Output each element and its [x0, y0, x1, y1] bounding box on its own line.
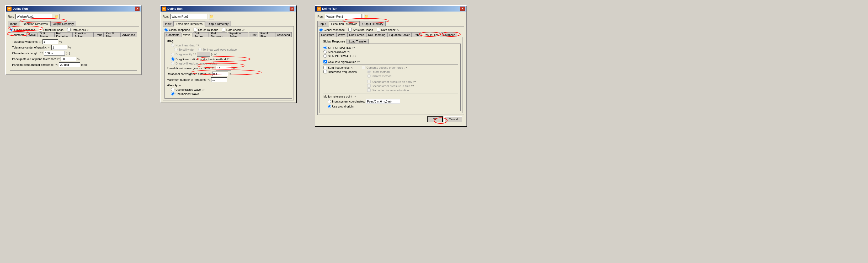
tab-roll-damping-d3[interactable]: Roll Damping — [366, 32, 387, 37]
panel-tolerance-input[interactable] — [61, 57, 76, 61]
help-drag-velocity[interactable]: ?? — [193, 53, 196, 56]
cancel-button-d3[interactable]: Cancel — [444, 117, 462, 122]
to-linearized-radio[interactable] — [198, 48, 202, 51]
non-linear-drag-radio[interactable] — [171, 43, 175, 47]
data-check-d3[interactable] — [377, 28, 380, 31]
second-order-body-check[interactable] — [367, 80, 371, 84]
input-coords-radio[interactable] — [328, 100, 331, 103]
tab-constants-d1[interactable]: Constants — [10, 33, 27, 37]
run-input-2[interactable] — [170, 14, 207, 19]
help-translational[interactable]: ?? — [212, 67, 215, 69]
global-response-radio-d3[interactable] — [319, 28, 323, 31]
help-diffracted[interactable]: ?? — [202, 88, 204, 91]
help-icon-d1[interactable]: ? — [87, 29, 88, 31]
indirect-method-radio[interactable] — [367, 74, 371, 77]
drag-linearization-radio[interactable] — [171, 58, 175, 61]
tab-wave-d2[interactable]: Wave — [182, 33, 192, 37]
help-sum-freq[interactable]: ?? — [351, 66, 353, 69]
help-char-length[interactable]: ?? — [40, 52, 43, 55]
help-tolerance-waterline[interactable]: ?? — [39, 40, 41, 43]
tab-print-d3[interactable]: Print — [412, 32, 422, 37]
direct-method-radio[interactable] — [367, 70, 371, 73]
use-incident-radio[interactable] — [171, 92, 175, 95]
tab-roll-damping-d1[interactable]: Roll Damping — [54, 32, 73, 37]
second-order-fluid-check[interactable] — [367, 84, 371, 88]
tab-drift-forces-d2[interactable]: Drift Forces — [192, 32, 209, 37]
tolerance-cog-input[interactable] — [52, 45, 67, 50]
tab-exec-directives-d2[interactable]: Execution Directives — [174, 21, 205, 27]
tab-output-dir-d3[interactable]: Output Directory — [360, 21, 385, 26]
tab-advanced-d3[interactable]: Advanced — [441, 32, 457, 37]
run-icon-3[interactable]: 📁 — [363, 13, 369, 20]
to-still-water-radio[interactable] — [174, 48, 178, 51]
sin-norsam-radio[interactable] — [323, 50, 327, 54]
tab-input-d3[interactable]: Input — [317, 21, 329, 26]
tab-drift-forces-d3[interactable]: Drift Forces — [347, 32, 366, 37]
tab-constants-d2[interactable]: Constants — [164, 32, 181, 37]
help-eigenvalues[interactable]: ?? — [357, 61, 360, 63]
tab-wave-d1[interactable]: Wave — [27, 32, 38, 37]
close-button-1[interactable]: ✕ — [135, 6, 140, 11]
tab-output-dir-d2[interactable]: Output Directory — [205, 21, 231, 26]
tab-input-d1[interactable]: Input — [8, 21, 19, 26]
tab-result-files-d1[interactable]: Result Files — [104, 32, 120, 37]
help-rotational[interactable]: ?? — [209, 73, 211, 75]
char-length-input[interactable] — [44, 51, 65, 56]
help-cog[interactable]: ?? — [48, 46, 50, 49]
sum-freq-check[interactable] — [323, 66, 327, 69]
tab-print-d1[interactable]: Print — [94, 32, 104, 37]
rotational-conv-input[interactable] — [212, 72, 228, 76]
tolerance-waterline-input[interactable] — [42, 39, 58, 44]
data-check-d2[interactable] — [222, 28, 225, 31]
global-response-radio-d2[interactable] — [164, 28, 168, 31]
tab-advanced-d2[interactable]: Advanced — [275, 32, 292, 37]
structural-loads-check-d1[interactable] — [39, 28, 42, 31]
drag-velocity-input[interactable] — [197, 52, 210, 57]
tab-constants-d3[interactable]: Constants — [319, 32, 336, 37]
tab-drift-forces-d1[interactable]: Drift Forces — [38, 32, 54, 37]
tab-print-d2[interactable]: Print — [249, 32, 258, 37]
coords-value-input[interactable] — [366, 99, 400, 104]
help-non-linear-drag[interactable]: ?? — [196, 44, 199, 47]
tab-result-files-d3[interactable]: Result Files — [422, 33, 440, 37]
diff-freq-check[interactable] — [323, 70, 327, 73]
structural-loads-check-d3[interactable] — [348, 28, 352, 31]
tab-load-transfer-d3[interactable]: Load Transfer — [347, 39, 369, 43]
help-drag-linearization[interactable]: ?? — [227, 58, 229, 61]
tab-equation-solver-d1[interactable]: Equation Solver — [73, 32, 94, 37]
run-icon-1[interactable]: 📁 — [54, 13, 60, 20]
use-global-origin-radio[interactable] — [328, 105, 331, 108]
structural-loads-check-d2[interactable] — [194, 28, 197, 31]
tab-input-d2[interactable]: Input — [163, 21, 174, 26]
max-iterations-input[interactable] — [211, 77, 227, 82]
tab-wave-d3[interactable]: Wave — [336, 32, 347, 37]
help-panel-angular[interactable]: ?? — [55, 63, 58, 66]
tab-equation-solver-d2[interactable]: Equation Solver — [228, 32, 248, 37]
global-response-radio-d1[interactable] — [10, 28, 13, 31]
tab-exec-directives-d1[interactable]: Execution Directives — [19, 21, 50, 27]
calc-eigenvalues-check[interactable] — [323, 60, 327, 63]
second-order-wave-check[interactable] — [367, 88, 371, 92]
help-second-fluid[interactable]: ?? — [411, 85, 414, 87]
help-second-body[interactable]: ?? — [413, 80, 416, 83]
tab-roll-damping-d2[interactable]: Roll Damping — [209, 32, 227, 37]
sif-formatted-radio[interactable] — [323, 46, 327, 49]
drag-by-heights-radio[interactable] — [171, 62, 175, 65]
tab-global-response-d3[interactable]: Global Response — [321, 39, 347, 44]
use-diffracted-radio[interactable] — [171, 88, 175, 91]
siu-unformatted-radio[interactable] — [323, 54, 327, 58]
close-button-2[interactable]: ✕ — [289, 6, 294, 11]
help-sif[interactable]: ?? — [352, 46, 355, 49]
tab-result-files-d2[interactable]: Result Files — [259, 32, 275, 37]
run-icon-2[interactable]: 📁 — [209, 13, 214, 20]
ok-button-d3[interactable]: OK — [427, 117, 443, 122]
tab-equation-solver-d3[interactable]: Equation Solver — [388, 32, 411, 37]
tab-advanced-d1[interactable]: Advanced — [120, 32, 137, 37]
help-max-iter[interactable]: ?? — [208, 78, 210, 81]
help-sin[interactable]: ?? — [347, 51, 350, 53]
drag-velocity-radio[interactable] — [171, 53, 175, 56]
help-panel-tolerance[interactable]: ?? — [57, 58, 60, 60]
run-input-1[interactable] — [16, 14, 52, 19]
compute-second-order-check[interactable] — [362, 66, 365, 69]
run-input-3[interactable] — [325, 14, 362, 19]
